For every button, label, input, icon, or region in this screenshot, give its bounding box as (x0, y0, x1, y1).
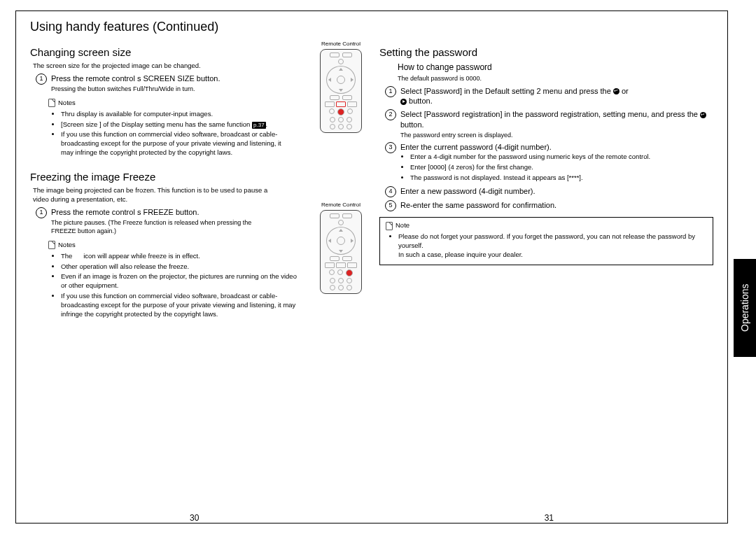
notes-icon (48, 241, 55, 249)
step-title: Press the remote control s SCREEN SIZE b… (51, 73, 253, 84)
step-title: Press the remote control s FREEZE button… (51, 207, 267, 218)
page-number-left: 30 (190, 513, 199, 523)
step-2: 2 Select [Password registration] in the … (385, 109, 713, 139)
notes-list: Thru display is available for computer-i… (51, 110, 292, 157)
step-subtext: The password entry screen is displayed. (400, 131, 713, 139)
subheading: How to change password (398, 62, 713, 73)
intro-text: The image being projected can be frozen.… (33, 186, 285, 204)
remote-body (320, 49, 362, 133)
section-tab: Operations (734, 259, 756, 357)
enter-icon (700, 112, 706, 118)
remote-label: Remote Control (314, 202, 368, 209)
note-item: [Screen size ] of the Display setting me… (61, 120, 292, 129)
note-item: Other operation will also release the fr… (61, 262, 299, 272)
note-item: If you use this function on commercial v… (61, 130, 292, 157)
note-item: The icon will appear while freeze is in … (61, 252, 299, 261)
play-icon (400, 99, 407, 105)
note-item: The password is not displayed. Instead i… (410, 174, 713, 183)
step-number: 2 (385, 109, 396, 120)
page-title: Using handy features (Continued) (30, 20, 713, 34)
notes-list: Please do not forget your password. If y… (388, 232, 707, 259)
step-title: Enter the current password (4-digit numb… (400, 142, 713, 153)
note-item: Even if an image is frozen on the projec… (61, 272, 299, 290)
remote-diagram-1: Remote Control (314, 41, 368, 133)
step-title: Enter a new password (4-digit number). (400, 186, 713, 197)
remote-body (320, 210, 362, 294)
page-left: Remote Control Changing screen size The … (30, 41, 364, 510)
note-item: Enter a 4-digit number for the password … (410, 153, 713, 162)
step-number: 1 (36, 207, 47, 218)
remote-label: Remote Control (314, 41, 368, 48)
step-subtext: Pressing the button switches Full/Thru/W… (51, 85, 253, 93)
page-right: Setting the password How to change passw… (379, 41, 713, 510)
step-4: 4 Enter a new password (4-digit number). (385, 186, 713, 197)
note-item: Thru display is available for computer-i… (61, 110, 292, 119)
step-number: 1 (385, 86, 396, 97)
step-1: 1 Select [Password] in the Default setti… (385, 86, 713, 107)
step-number: 4 (385, 186, 396, 197)
two-page-spread: Remote Control Changing screen size The … (30, 41, 713, 510)
step-title: Select [Password registration] in the pa… (400, 109, 713, 130)
note-item: Please do not forget your password. If y… (398, 232, 707, 259)
note-item: If you use this function on commercial v… (61, 292, 299, 318)
remote-diagram-2: Remote Control (314, 202, 368, 294)
step-number: 5 (385, 200, 396, 211)
step-subtext: The picture pauses. (The Freeze function… (51, 218, 267, 235)
step-title: Re-enter the same password for confirmat… (400, 200, 713, 211)
notes-icon (386, 222, 393, 230)
enter-icon (613, 88, 620, 94)
sub-intro: The default password is 0000. (398, 74, 713, 83)
page-frame: Using handy features (Continued) Remote … (15, 10, 728, 524)
step-1: 1 Press the remote control s FREEZE butt… (36, 207, 267, 235)
notes-icon (48, 99, 55, 107)
step-title: Select [Password] in the Default setting… (400, 86, 713, 107)
note-box: Note Please do not forget your password.… (379, 217, 713, 265)
note-item: Enter [0000] (4 zeros) for the first cha… (410, 163, 713, 172)
step-5: 5 Re-enter the same password for confirm… (385, 200, 713, 211)
heading-freeze: Freezing the image Freeze (30, 170, 364, 184)
step-number: 3 (385, 142, 396, 153)
step-number: 1 (36, 73, 47, 85)
notes-list: Enter a 4-digit number for the password … (400, 153, 713, 182)
step-1: 1 Press the remote control s SCREEN SIZE… (36, 73, 253, 93)
page-ref: p.37 (252, 122, 266, 129)
page-number-right: 31 (545, 513, 554, 523)
notes-list: The icon will appear while freeze is in … (51, 252, 299, 319)
heading-password: Setting the password (379, 45, 713, 59)
step-3: 3 Enter the current password (4-digit nu… (385, 142, 713, 183)
